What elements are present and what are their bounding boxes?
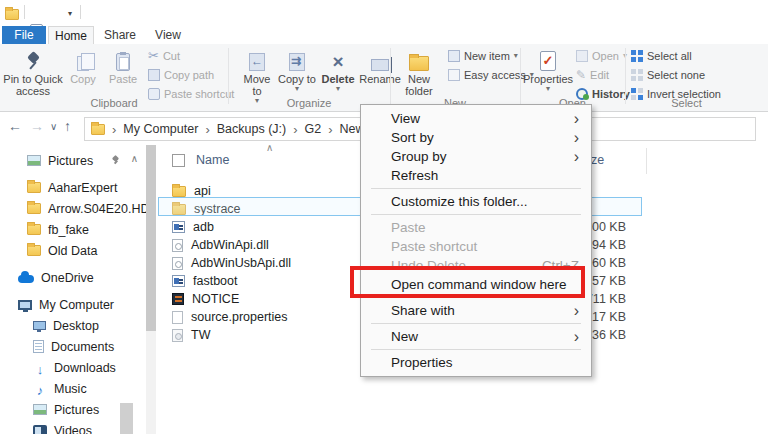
sort-ascending-icon: ∧ bbox=[266, 142, 273, 153]
pictures-icon bbox=[33, 404, 47, 415]
edit-button[interactable]: ✎ Edit bbox=[576, 66, 609, 83]
documents-icon bbox=[33, 340, 44, 353]
videos-icon bbox=[33, 425, 47, 434]
group-label-select: Select bbox=[605, 97, 768, 109]
folder-icon bbox=[27, 245, 41, 256]
copy-button[interactable]: Copy bbox=[64, 46, 102, 85]
tab-view[interactable]: View bbox=[146, 26, 190, 44]
sidebar-item-old-data[interactable]: Old Data bbox=[0, 240, 146, 261]
navigation-pane: Pictures ∧ AaharExpert Arrow.S04E20.HD f… bbox=[0, 145, 146, 434]
breadcrumb-g2[interactable]: G2 bbox=[302, 122, 325, 136]
tab-share[interactable]: Share bbox=[98, 26, 142, 44]
cut-button[interactable]: ✂ Cut bbox=[148, 47, 180, 64]
open-button[interactable]: Open ▾ bbox=[576, 47, 627, 64]
forward-button[interactable]: → bbox=[30, 118, 44, 134]
breadcrumb-separator: › bbox=[203, 122, 211, 137]
sidebar-item-aaharexpert[interactable]: AaharExpert bbox=[0, 177, 146, 198]
new-item-button[interactable]: New item ▾ bbox=[448, 47, 518, 64]
ribbon-group-organize: Move to ▾ Copy to ▾ × Delete ▾ Rename Or… bbox=[228, 44, 390, 111]
ribbon-tab-bar: File Home Share View bbox=[0, 26, 768, 44]
sidebar-item-arrow-s04e20[interactable]: Arrow.S04E20.HD bbox=[0, 198, 146, 219]
music-icon: ♪ bbox=[33, 383, 47, 395]
sidebar-item-fb-fake[interactable]: fb_fake bbox=[0, 219, 146, 240]
onedrive-cloud-icon bbox=[18, 275, 34, 283]
properties-button[interactable]: ✓ Properties ▾ bbox=[520, 46, 576, 93]
menu-item-new[interactable]: New › bbox=[361, 327, 591, 346]
menu-item-paste[interactable]: Paste bbox=[361, 218, 591, 237]
recent-locations-dropdown-icon[interactable]: ∨ bbox=[50, 121, 57, 132]
pin-to-quick-access-button[interactable]: Pin to Quick access bbox=[2, 46, 64, 97]
sidebar-item-my-computer[interactable]: My Computer bbox=[0, 294, 146, 315]
pin-icon bbox=[25, 51, 41, 71]
menu-item-paste-shortcut[interactable]: Paste shortcut bbox=[361, 237, 591, 256]
collapse-chevron-icon[interactable]: ∧ bbox=[131, 153, 138, 164]
menu-item-refresh[interactable]: Refresh bbox=[361, 166, 591, 185]
new-folder-button[interactable]: New folder bbox=[394, 46, 444, 97]
ribbon-group-new: New folder New item ▾ Easy access ▾ New bbox=[390, 44, 520, 111]
notice-file-icon bbox=[172, 293, 184, 305]
annotation-highlight-rectangle bbox=[350, 266, 585, 298]
folder-icon[interactable] bbox=[5, 9, 19, 20]
folder-icon bbox=[27, 203, 41, 214]
desktop-icon bbox=[33, 321, 46, 330]
move-to-icon bbox=[249, 53, 265, 71]
sidebar-item-music[interactable]: ♪ Music bbox=[0, 378, 146, 399]
open-icon bbox=[576, 50, 588, 62]
dll-file-icon bbox=[172, 239, 183, 252]
file-icon bbox=[172, 311, 183, 324]
breadcrumb-separator: › bbox=[326, 122, 334, 137]
menu-item-group-by[interactable]: Group by › bbox=[361, 147, 591, 166]
application-icon bbox=[172, 221, 185, 233]
column-divider[interactable] bbox=[646, 148, 647, 174]
tab-home[interactable]: Home bbox=[48, 26, 94, 44]
scrollbar-thumb[interactable] bbox=[146, 145, 156, 331]
delete-button[interactable]: × Delete ▾ bbox=[318, 46, 358, 93]
submenu-arrow-icon: › bbox=[574, 112, 579, 126]
submenu-arrow-icon: › bbox=[574, 330, 579, 344]
menu-item-share-with[interactable]: Share with › bbox=[361, 301, 591, 320]
sidebar-item-desktop[interactable]: Desktop bbox=[0, 315, 146, 336]
select-all-button[interactable]: Select all bbox=[631, 47, 692, 64]
select-all-icon bbox=[631, 50, 643, 62]
column-header-name[interactable]: Name bbox=[196, 153, 229, 167]
context-menu: View › Sort by › Group by › Refresh Cust… bbox=[360, 104, 592, 377]
quick-access-dropdown-icon[interactable]: ▾ bbox=[68, 10, 72, 18]
submenu-arrow-icon: › bbox=[574, 304, 579, 318]
dropdown-caret-icon: ▾ bbox=[546, 85, 550, 93]
select-all-checkbox[interactable] bbox=[172, 154, 185, 167]
paste-button[interactable]: Paste bbox=[102, 46, 144, 85]
rename-icon bbox=[371, 59, 389, 71]
ribbon-group-select: Select all Select none Invert selection … bbox=[625, 44, 768, 111]
scrollbar-fragment[interactable] bbox=[120, 403, 133, 434]
menu-item-view[interactable]: View › bbox=[361, 109, 591, 128]
sidebar-item-pictures-pinned[interactable]: Pictures ∧ bbox=[0, 150, 146, 171]
separator bbox=[24, 5, 25, 19]
copy-path-button[interactable]: Copy path bbox=[148, 66, 214, 83]
new-item-icon bbox=[448, 50, 460, 62]
breadcrumb-my-computer[interactable]: My Computer bbox=[120, 122, 201, 136]
title-bar: ✓ ▾ bbox=[0, 0, 768, 26]
menu-item-customize-this-folder[interactable]: Customize this folder... bbox=[361, 192, 591, 211]
menu-item-properties[interactable]: Properties bbox=[361, 353, 591, 372]
pictures-icon bbox=[27, 155, 41, 166]
sidebar-item-downloads[interactable]: ↓ Downloads bbox=[0, 357, 146, 378]
folder-icon bbox=[27, 182, 41, 193]
back-button[interactable]: ← bbox=[8, 118, 22, 134]
menu-separator bbox=[371, 349, 581, 350]
easy-access-icon bbox=[448, 69, 460, 81]
application-icon bbox=[172, 275, 185, 287]
up-button[interactable]: ↑ bbox=[64, 118, 71, 134]
menu-item-sort-by[interactable]: Sort by › bbox=[361, 128, 591, 147]
tab-file[interactable]: File bbox=[2, 26, 46, 44]
sidebar-item-documents[interactable]: Documents bbox=[0, 336, 146, 357]
ribbon: Pin to Quick access Copy Paste ✂ Cut Cop… bbox=[0, 44, 768, 112]
paste-icon bbox=[116, 53, 130, 71]
copy-to-button[interactable]: Copy to ▾ bbox=[278, 46, 316, 93]
sidebar-item-onedrive[interactable]: OneDrive bbox=[0, 267, 146, 288]
sidebar-scrollbar[interactable] bbox=[146, 145, 156, 434]
breadcrumb-backups-j[interactable]: Backups (J:) bbox=[214, 122, 289, 136]
pin-icon bbox=[112, 156, 120, 164]
copy-path-icon bbox=[148, 69, 160, 81]
downloads-icon: ↓ bbox=[33, 362, 47, 374]
select-none-button[interactable]: Select none bbox=[631, 66, 705, 83]
